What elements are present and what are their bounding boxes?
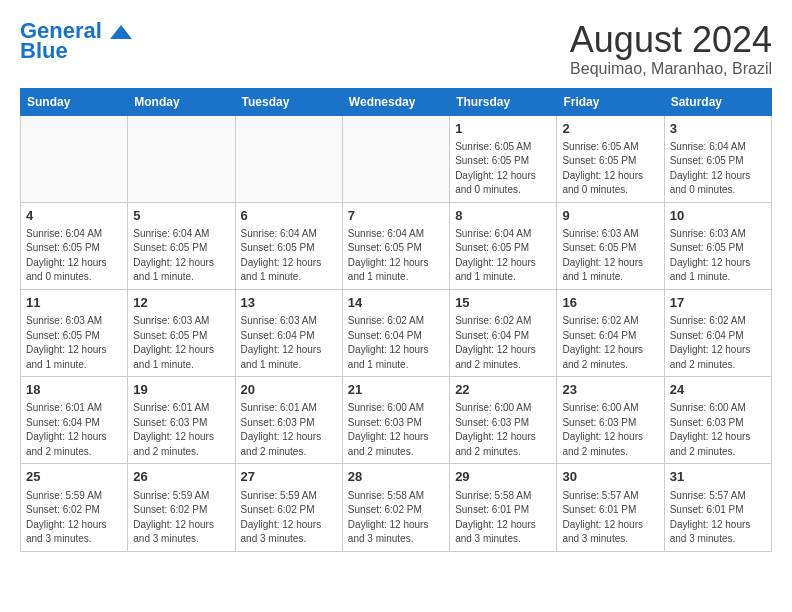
day-of-week-header: Sunday	[21, 88, 128, 115]
calendar-week-row: 1Sunrise: 6:05 AMSunset: 6:05 PMDaylight…	[21, 115, 772, 202]
day-number: 2	[562, 120, 658, 138]
calendar-day-cell: 24Sunrise: 6:00 AMSunset: 6:03 PMDayligh…	[664, 377, 771, 464]
day-number: 5	[133, 207, 229, 225]
day-number: 13	[241, 294, 337, 312]
day-of-week-header: Friday	[557, 88, 664, 115]
calendar-day-cell: 28Sunrise: 5:58 AMSunset: 6:02 PMDayligh…	[342, 464, 449, 551]
day-info: Sunrise: 5:59 AMSunset: 6:02 PMDaylight:…	[26, 489, 122, 547]
day-number: 22	[455, 381, 551, 399]
page-header: General Blue August 2024 Bequimao, Maran…	[20, 20, 772, 78]
title-section: August 2024 Bequimao, Maranhao, Brazil	[570, 20, 772, 78]
calendar-day-cell: 10Sunrise: 6:03 AMSunset: 6:05 PMDayligh…	[664, 202, 771, 289]
day-info: Sunrise: 6:02 AMSunset: 6:04 PMDaylight:…	[670, 314, 766, 372]
day-number: 30	[562, 468, 658, 486]
day-number: 21	[348, 381, 444, 399]
calendar-day-cell: 16Sunrise: 6:02 AMSunset: 6:04 PMDayligh…	[557, 289, 664, 376]
logo: General Blue	[20, 20, 132, 62]
day-info: Sunrise: 6:01 AMSunset: 6:03 PMDaylight:…	[133, 401, 229, 459]
calendar-day-cell: 13Sunrise: 6:03 AMSunset: 6:04 PMDayligh…	[235, 289, 342, 376]
day-info: Sunrise: 6:04 AMSunset: 6:05 PMDaylight:…	[670, 140, 766, 198]
day-info: Sunrise: 6:05 AMSunset: 6:05 PMDaylight:…	[455, 140, 551, 198]
day-number: 17	[670, 294, 766, 312]
days-of-week-row: SundayMondayTuesdayWednesdayThursdayFrid…	[21, 88, 772, 115]
day-info: Sunrise: 6:00 AMSunset: 6:03 PMDaylight:…	[348, 401, 444, 459]
day-number: 26	[133, 468, 229, 486]
calendar-day-cell: 19Sunrise: 6:01 AMSunset: 6:03 PMDayligh…	[128, 377, 235, 464]
day-info: Sunrise: 6:02 AMSunset: 6:04 PMDaylight:…	[455, 314, 551, 372]
calendar-day-cell: 6Sunrise: 6:04 AMSunset: 6:05 PMDaylight…	[235, 202, 342, 289]
day-of-week-header: Thursday	[450, 88, 557, 115]
calendar-day-cell: 31Sunrise: 5:57 AMSunset: 6:01 PMDayligh…	[664, 464, 771, 551]
day-info: Sunrise: 6:04 AMSunset: 6:05 PMDaylight:…	[348, 227, 444, 285]
day-number: 31	[670, 468, 766, 486]
day-info: Sunrise: 6:03 AMSunset: 6:04 PMDaylight:…	[241, 314, 337, 372]
day-number: 7	[348, 207, 444, 225]
day-info: Sunrise: 6:01 AMSunset: 6:04 PMDaylight:…	[26, 401, 122, 459]
day-number: 18	[26, 381, 122, 399]
day-of-week-header: Saturday	[664, 88, 771, 115]
day-number: 16	[562, 294, 658, 312]
calendar-day-cell	[128, 115, 235, 202]
day-info: Sunrise: 6:04 AMSunset: 6:05 PMDaylight:…	[241, 227, 337, 285]
calendar-day-cell: 15Sunrise: 6:02 AMSunset: 6:04 PMDayligh…	[450, 289, 557, 376]
calendar-week-row: 11Sunrise: 6:03 AMSunset: 6:05 PMDayligh…	[21, 289, 772, 376]
day-number: 14	[348, 294, 444, 312]
calendar-day-cell: 29Sunrise: 5:58 AMSunset: 6:01 PMDayligh…	[450, 464, 557, 551]
day-number: 12	[133, 294, 229, 312]
calendar-day-cell: 7Sunrise: 6:04 AMSunset: 6:05 PMDaylight…	[342, 202, 449, 289]
day-info: Sunrise: 5:58 AMSunset: 6:01 PMDaylight:…	[455, 489, 551, 547]
day-number: 10	[670, 207, 766, 225]
calendar-day-cell: 20Sunrise: 6:01 AMSunset: 6:03 PMDayligh…	[235, 377, 342, 464]
calendar-day-cell	[342, 115, 449, 202]
day-info: Sunrise: 6:03 AMSunset: 6:05 PMDaylight:…	[133, 314, 229, 372]
calendar-day-cell: 4Sunrise: 6:04 AMSunset: 6:05 PMDaylight…	[21, 202, 128, 289]
day-info: Sunrise: 6:04 AMSunset: 6:05 PMDaylight:…	[133, 227, 229, 285]
calendar-day-cell: 23Sunrise: 6:00 AMSunset: 6:03 PMDayligh…	[557, 377, 664, 464]
day-info: Sunrise: 6:00 AMSunset: 6:03 PMDaylight:…	[670, 401, 766, 459]
calendar-day-cell: 9Sunrise: 6:03 AMSunset: 6:05 PMDaylight…	[557, 202, 664, 289]
day-number: 29	[455, 468, 551, 486]
month-year: August 2024	[570, 20, 772, 60]
day-number: 4	[26, 207, 122, 225]
calendar-week-row: 4Sunrise: 6:04 AMSunset: 6:05 PMDaylight…	[21, 202, 772, 289]
day-number: 3	[670, 120, 766, 138]
svg-marker-0	[110, 25, 132, 39]
day-number: 24	[670, 381, 766, 399]
calendar-day-cell: 22Sunrise: 6:00 AMSunset: 6:03 PMDayligh…	[450, 377, 557, 464]
calendar-week-row: 18Sunrise: 6:01 AMSunset: 6:04 PMDayligh…	[21, 377, 772, 464]
calendar-day-cell: 2Sunrise: 6:05 AMSunset: 6:05 PMDaylight…	[557, 115, 664, 202]
day-number: 19	[133, 381, 229, 399]
day-number: 28	[348, 468, 444, 486]
day-number: 9	[562, 207, 658, 225]
day-of-week-header: Monday	[128, 88, 235, 115]
day-info: Sunrise: 6:00 AMSunset: 6:03 PMDaylight:…	[455, 401, 551, 459]
day-info: Sunrise: 6:05 AMSunset: 6:05 PMDaylight:…	[562, 140, 658, 198]
calendar-day-cell: 3Sunrise: 6:04 AMSunset: 6:05 PMDaylight…	[664, 115, 771, 202]
day-number: 11	[26, 294, 122, 312]
calendar-week-row: 25Sunrise: 5:59 AMSunset: 6:02 PMDayligh…	[21, 464, 772, 551]
calendar-day-cell: 1Sunrise: 6:05 AMSunset: 6:05 PMDaylight…	[450, 115, 557, 202]
day-of-week-header: Tuesday	[235, 88, 342, 115]
day-info: Sunrise: 6:02 AMSunset: 6:04 PMDaylight:…	[348, 314, 444, 372]
calendar-table: SundayMondayTuesdayWednesdayThursdayFrid…	[20, 88, 772, 552]
calendar-day-cell: 27Sunrise: 5:59 AMSunset: 6:02 PMDayligh…	[235, 464, 342, 551]
day-number: 1	[455, 120, 551, 138]
logo-line2: Blue	[20, 40, 68, 62]
calendar-day-cell: 26Sunrise: 5:59 AMSunset: 6:02 PMDayligh…	[128, 464, 235, 551]
location: Bequimao, Maranhao, Brazil	[570, 60, 772, 78]
day-number: 23	[562, 381, 658, 399]
calendar-day-cell: 30Sunrise: 5:57 AMSunset: 6:01 PMDayligh…	[557, 464, 664, 551]
day-info: Sunrise: 5:57 AMSunset: 6:01 PMDaylight:…	[670, 489, 766, 547]
day-number: 25	[26, 468, 122, 486]
day-info: Sunrise: 6:02 AMSunset: 6:04 PMDaylight:…	[562, 314, 658, 372]
day-info: Sunrise: 6:03 AMSunset: 6:05 PMDaylight:…	[26, 314, 122, 372]
day-number: 20	[241, 381, 337, 399]
day-info: Sunrise: 6:01 AMSunset: 6:03 PMDaylight:…	[241, 401, 337, 459]
day-info: Sunrise: 6:03 AMSunset: 6:05 PMDaylight:…	[670, 227, 766, 285]
day-number: 27	[241, 468, 337, 486]
calendar-day-cell: 12Sunrise: 6:03 AMSunset: 6:05 PMDayligh…	[128, 289, 235, 376]
day-number: 15	[455, 294, 551, 312]
day-info: Sunrise: 5:59 AMSunset: 6:02 PMDaylight:…	[133, 489, 229, 547]
calendar-day-cell: 5Sunrise: 6:04 AMSunset: 6:05 PMDaylight…	[128, 202, 235, 289]
day-info: Sunrise: 5:57 AMSunset: 6:01 PMDaylight:…	[562, 489, 658, 547]
